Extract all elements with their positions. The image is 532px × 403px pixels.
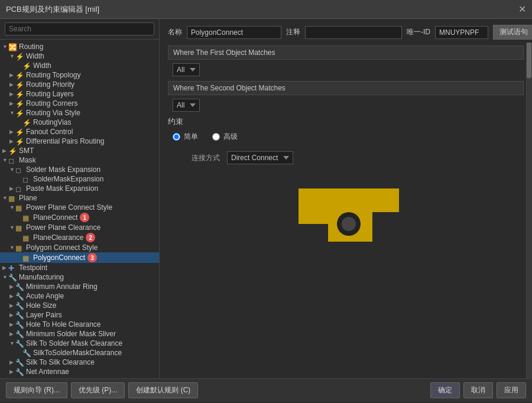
tree-item-polygon-connect-style[interactable]: ▼ ▦ Polygon Connect Style bbox=[0, 243, 159, 252]
tree-item-hole-to-hole[interactable]: ▶ 🔧 Hole To Hole Clearance bbox=[0, 320, 159, 329]
expand-arrow: ▼ bbox=[2, 274, 8, 280]
tree-item-solder-mask[interactable]: ▼ ◻ Solder Mask Expansion bbox=[0, 165, 159, 174]
scrollbar-track[interactable] bbox=[526, 43, 532, 378]
badge-3: 3 bbox=[87, 253, 97, 262]
expand-arrow: ▼ bbox=[2, 44, 8, 50]
where-second-row: All bbox=[173, 99, 524, 112]
min-solder-icon: 🔧 bbox=[15, 330, 25, 337]
mask-icon: ◻ bbox=[8, 157, 18, 164]
expand-arrow: ▼ bbox=[9, 110, 15, 116]
tree-item-width-child[interactable]: ⚡ Width bbox=[0, 61, 159, 70]
radio-simple[interactable] bbox=[173, 133, 180, 141]
bottom-right-buttons: 确定 取消 应用 bbox=[430, 382, 526, 398]
where-first-select[interactable]: All bbox=[173, 63, 200, 76]
tree-item-diff-pairs[interactable]: ▶ ⚡ Differential Pairs Routing bbox=[0, 136, 159, 146]
name-label: 名称 bbox=[168, 27, 182, 37]
cancel-button[interactable]: 取消 bbox=[463, 382, 493, 398]
tree-item-power-plane-clearance[interactable]: ▼ ▦ Power Plane Clearance bbox=[0, 223, 159, 232]
radio-advanced[interactable] bbox=[212, 133, 220, 141]
tree-item-routing-topology[interactable]: ▶ ⚡ Routing Topology bbox=[0, 70, 159, 80]
rule-comment-input[interactable] bbox=[305, 26, 402, 39]
priority-button[interactable]: 优先级 (P)... bbox=[71, 382, 125, 398]
expand-arrow: ▶ bbox=[9, 293, 15, 299]
plane-clearance-icon: ▦ bbox=[22, 234, 32, 241]
expand-arrow: ▶ bbox=[9, 91, 15, 97]
tree-item-min-annular[interactable]: ▶ 🔧 Minimum Annular Ring bbox=[0, 282, 159, 291]
id-label: 唯一-ID bbox=[407, 27, 430, 37]
expand-arrow: ▶ bbox=[9, 186, 15, 191]
close-button[interactable]: ✕ bbox=[518, 4, 526, 15]
tree-item-polygon-connect[interactable]: ▦ PolygonConnect 3 bbox=[0, 252, 159, 263]
tree-item-routing-corners[interactable]: ▶ ⚡ Routing Corners bbox=[0, 99, 159, 108]
ok-button[interactable]: 确定 bbox=[430, 382, 460, 398]
expand-arrow: ▶ bbox=[9, 369, 15, 375]
search-bar bbox=[0, 19, 159, 40]
title-bar: PCB规则及约束编辑器 [mil] ✕ bbox=[0, 0, 532, 19]
tree-item-routing-vias[interactable]: ⚡ RoutingVias bbox=[0, 118, 159, 127]
tree-item-plane-connect[interactable]: ▦ PlaneConnect 1 bbox=[0, 212, 159, 223]
tree-item-width[interactable]: ▼ ⚡ Width bbox=[0, 51, 159, 61]
expand-arrow: ▼ bbox=[2, 195, 8, 201]
tree-item-routing[interactable]: ▼ 🔀 Routing bbox=[0, 42, 159, 51]
badge-2: 2 bbox=[86, 233, 95, 242]
polygon-connect-icon: ▦ bbox=[22, 254, 32, 261]
layers-icon: ⚡ bbox=[15, 90, 25, 98]
net-ant-icon: 🔧 bbox=[15, 368, 25, 375]
tree-item-min-solder-sliver[interactable]: ▶ 🔧 Minimum Solder Mask Sliver bbox=[0, 329, 159, 339]
tree-item-layer-pairs[interactable]: ▶ 🔧 Layer Pairs bbox=[0, 310, 159, 320]
constraint-title: 约束 bbox=[168, 116, 524, 127]
tree-item-fanout[interactable]: ▶ ⚡ Fanout Control bbox=[0, 127, 159, 136]
scrollbar-thumb[interactable] bbox=[527, 43, 531, 78]
tree-item-manufacturing[interactable]: ▼ 🔧 Manufacturing bbox=[0, 272, 159, 282]
width-icon: ⚡ bbox=[15, 53, 25, 60]
rule-id-input[interactable] bbox=[435, 26, 488, 39]
tree-item-routing-via-style[interactable]: ▼ ⚡ Routing Via Style bbox=[0, 108, 159, 118]
tree-item-hole-size[interactable]: ▶ 🔧 Hole Size bbox=[0, 301, 159, 310]
connect-select[interactable]: Direct Connect Relief Connect No Connect bbox=[227, 151, 293, 164]
bottom-left-buttons: 规则向导 (R)... 优先级 (P)... 创建默认规则 (C) bbox=[6, 382, 198, 398]
tree-item-silk-to-silk[interactable]: ▶ 🔧 Silk To Silk Clearance bbox=[0, 358, 159, 367]
constraint-section: 约束 简单 高级 连接方式 Direct Connect Relief Conn… bbox=[168, 116, 524, 251]
min-annular-icon: 🔧 bbox=[15, 283, 25, 290]
h2h-icon: 🔧 bbox=[15, 321, 25, 328]
tree-item-mask[interactable]: ▼ ◻ Mask bbox=[0, 155, 159, 165]
test-button[interactable]: 测试语句 bbox=[493, 25, 532, 40]
tree-item-routing-layers[interactable]: ▶ ⚡ Routing Layers bbox=[0, 89, 159, 99]
ppc2-icon: ▦ bbox=[15, 224, 25, 231]
tree-item-paste-mask[interactable]: ▶ ◻ Paste Mask Expansion bbox=[0, 184, 159, 193]
search-input[interactable] bbox=[5, 22, 154, 35]
tree-item-net-antennae[interactable]: ▶ 🔧 Net Antennae bbox=[0, 367, 159, 376]
expand-arrow: ▼ bbox=[9, 167, 15, 173]
tree-item-silk-to-solder[interactable]: ▼ 🔧 Silk To Solder Mask Clearance bbox=[0, 339, 159, 348]
tree-item-plane-clearance[interactable]: ▦ PlaneClearance 2 bbox=[0, 232, 159, 243]
fanout-icon: ⚡ bbox=[15, 128, 25, 135]
tree-item-solder-mask-child[interactable]: ◻ SolderMaskExpansion bbox=[0, 174, 159, 184]
create-default-button[interactable]: 创建默认规则 (C) bbox=[128, 382, 198, 398]
tree-item-acute-angle[interactable]: ▶ 🔧 Acute Angle bbox=[0, 291, 159, 301]
tree-item-routing-priority[interactable]: ▶ ⚡ Routing Priority bbox=[0, 80, 159, 89]
topology-icon: ⚡ bbox=[15, 72, 25, 79]
rule-wizard-button[interactable]: 规则向导 (R)... bbox=[6, 382, 67, 398]
expand-arrow: ▶ bbox=[9, 138, 15, 144]
svg-point-10 bbox=[342, 217, 356, 231]
ppc-icon: ▦ bbox=[15, 204, 25, 211]
where-first-label: Where The First Object Matches bbox=[168, 46, 524, 60]
expand-arrow: ▶ bbox=[2, 265, 8, 271]
tree-item-power-plane-connect[interactable]: ▼ ▦ Power Plane Connect Style bbox=[0, 203, 159, 212]
layer-pairs-icon: 🔧 bbox=[15, 311, 25, 318]
where-second-select[interactable]: All bbox=[173, 99, 200, 112]
tree-item-silk-to-solder-child[interactable]: 🔧 SilkToSolderMaskClearance bbox=[0, 348, 159, 358]
radio-advanced-label: 高级 bbox=[223, 132, 238, 142]
expand-arrow: ▼ bbox=[9, 204, 15, 210]
radio-group: 简单 高级 bbox=[173, 132, 524, 142]
testpoint-icon: ✚ bbox=[8, 264, 18, 271]
expand-arrow: ▼ bbox=[9, 225, 15, 230]
expand-arrow: ▶ bbox=[2, 148, 8, 154]
connect-label: 连接方式 bbox=[192, 153, 220, 163]
apply-button[interactable]: 应用 bbox=[497, 382, 526, 398]
tree-item-testpoint[interactable]: ▶ ✚ Testpoint bbox=[0, 263, 159, 272]
tree-item-smt[interactable]: ▶ ⚡ SMT bbox=[0, 146, 159, 155]
rule-name-input[interactable] bbox=[187, 26, 281, 39]
tree-item-plane[interactable]: ▼ ▦ Plane bbox=[0, 193, 159, 203]
expand-arrow: ▼ bbox=[2, 157, 8, 163]
